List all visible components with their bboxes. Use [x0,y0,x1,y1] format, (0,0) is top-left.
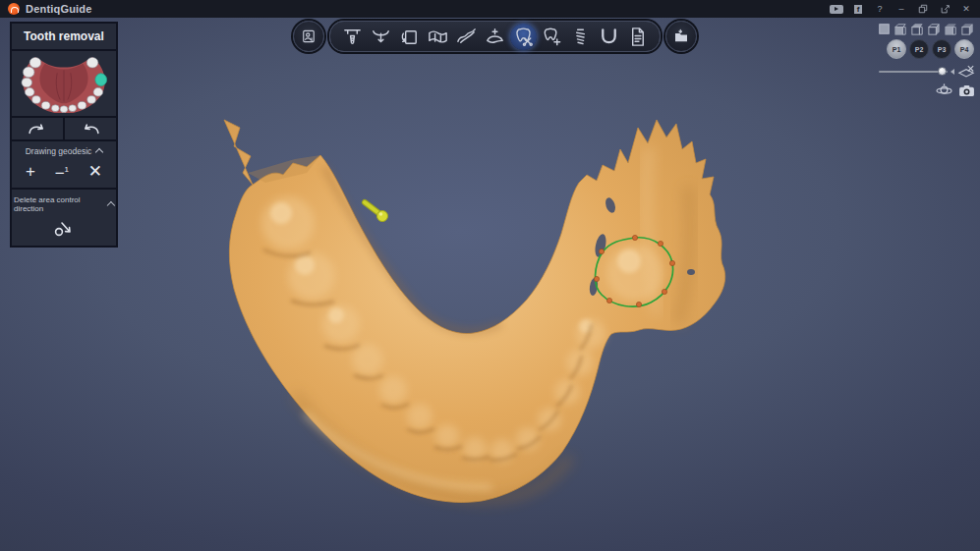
tooth-removal-button[interactable] [510,24,537,50]
preset-p3-button[interactable]: P3 [932,39,951,59]
capture-row [936,83,975,98]
delete-area-section: Delete area control direction [12,190,116,246]
patient-info-button[interactable] [293,21,324,52]
curve-icon [455,26,478,48]
app-title: DentiqGuide [26,3,92,15]
zoom-slider[interactable] [879,71,948,73]
help-icon[interactable]: ? [872,2,888,16]
export-case-icon [672,26,690,47]
restore-icon[interactable] [915,2,931,16]
add-scan-button[interactable] [482,24,508,50]
selected-tooth[interactable] [95,74,107,86]
undo-button[interactable] [12,118,63,139]
curve-button[interactable] [453,24,480,50]
zoom-slider-row [879,65,975,78]
titlebar: DentiqGuide f ? – ✕ [0,0,980,18]
preset-p1-button[interactable]: P1 [887,39,906,59]
add-scan-icon [484,26,506,48]
subtract-area-button[interactable]: −1 [51,161,73,182]
panoramic-icon [427,26,449,48]
panoramic-button[interactable] [425,24,451,50]
collapse-chevron-icon[interactable] [95,148,103,156]
popout-icon[interactable] [937,2,952,16]
tool-panel: Tooth removal [10,22,118,248]
add-area-button[interactable]: + [22,163,39,180]
redo-button[interactable] [65,118,116,139]
implant-measure-icon [341,26,364,48]
tooth-chart[interactable] [12,51,116,116]
orientation-presets [877,22,975,36]
view-iso-right-icon[interactable] [927,22,942,36]
facebook-icon[interactable]: f [850,2,866,16]
export-case-button[interactable] [665,21,697,52]
panel-title: Tooth removal [12,24,116,49]
main-toolbar [293,21,697,52]
minimize-icon[interactable]: – [894,2,909,16]
implant-measure-button[interactable] [339,24,366,50]
view-direction-icon [52,219,76,239]
screenshot-button[interactable] [958,84,975,97]
orbit-view-icon [936,83,952,98]
orbit-view-button[interactable] [936,83,952,98]
3d-viewport[interactable] [0,18,980,551]
app-window: DentiqGuide f ? – ✕ [0,0,980,551]
report-icon [626,26,649,48]
view-iso-side-top-icon[interactable] [960,22,975,36]
zoom-slider-handle[interactable] [938,67,947,76]
scan-align-icon [398,26,421,48]
tooth-removal-icon [512,26,535,48]
drawing-geodesic-label: Drawing geodesic [26,146,92,156]
screenshot-icon [958,84,975,97]
clip-plane-icon [957,65,975,78]
clip-plane-button[interactable] [957,65,975,78]
slider-left-arrow-icon[interactable] [951,69,954,75]
youtube-icon[interactable] [829,2,844,16]
preset-p2-button[interactable]: P2 [909,39,929,59]
arch-icon [598,26,620,48]
tooth-chart-diagram[interactable] [15,54,113,113]
report-button[interactable] [624,24,651,50]
tooth-segment-button[interactable] [539,24,565,50]
view-iso-top-icon[interactable] [910,22,925,36]
scan-align-button[interactable] [396,24,423,50]
implant-screw-icon [569,26,592,48]
drawing-geodesic-section: Drawing geodesic + −1 ✕ [12,141,116,188]
view-iso-front-top-icon[interactable] [944,22,958,36]
workflow-toolbar [329,21,661,52]
insertion-direction-button[interactable] [368,24,394,50]
arch-button[interactable] [596,24,622,50]
patient-info-icon [300,26,317,47]
collapse-chevron-icon[interactable] [107,201,115,209]
view-iso-left-icon[interactable] [894,22,908,36]
view-front-icon[interactable] [877,22,892,36]
preset-p4-button[interactable]: P4 [954,39,974,59]
view-controls: P1 P2 P3 P4 [865,22,975,98]
tooth-segment-icon [541,26,563,48]
app-logo-icon [8,3,20,15]
view-direction-button[interactable] [14,216,114,240]
implant-screw-button[interactable] [567,24,594,50]
close-icon[interactable]: ✕ [958,2,974,16]
insertion-direction-icon [370,26,392,48]
delete-area-label: Delete area control direction [14,195,103,213]
delete-curve-button[interactable]: ✕ [85,163,106,180]
camera-presets: P1 P2 P3 P4 [887,39,974,59]
